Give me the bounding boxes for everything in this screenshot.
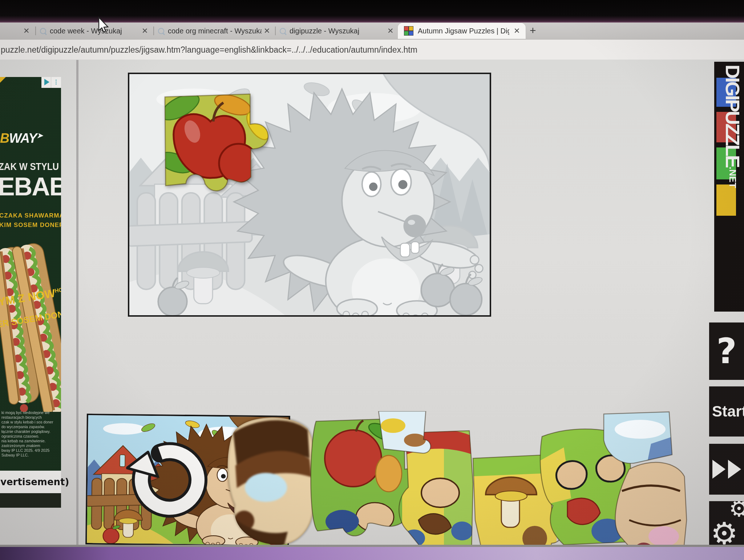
adchoices-icon[interactable]: [44, 79, 49, 85]
advertisement-label-strip: vertisement): [0, 471, 61, 493]
ad-headline-1: ZAK W STYLU: [0, 161, 57, 173]
fast-forward-icon: [728, 460, 741, 479]
tab-code-org-minecraft[interactable]: code org minecraft - Wyszukaj: [168, 23, 262, 39]
subway-arrow-icon: ➤: [37, 131, 43, 139]
puzzle-pieces-tray[interactable]: [222, 411, 689, 560]
ad-subline-1: CZAKA SHAWARMA: [0, 212, 61, 219]
skip-next-button[interactable]: [709, 444, 744, 495]
close-tab-icon[interactable]: ✕: [514, 23, 520, 39]
close-tab-icon[interactable]: ✕: [23, 23, 30, 39]
tab-separator: [153, 27, 154, 35]
close-tab-icon[interactable]: ✕: [142, 23, 148, 39]
search-icon: [40, 28, 46, 34]
tab-separator: [275, 27, 276, 35]
settings-button[interactable]: ⚙ ⚙: [709, 501, 744, 547]
tab-autumn-jigsaw-active[interactable]: Autumn Jigsaw Puzzles | Digipuzz ✕: [397, 23, 526, 39]
game-frame-divider: [76, 60, 78, 547]
url-text: puzzle.net/digipuzzle/autumn/puzzles/jig…: [1, 40, 417, 60]
gear-icon: ⚙: [729, 501, 744, 522]
help-button[interactable]: ?: [709, 322, 744, 380]
ad-headline-2: EBAB: [0, 172, 61, 201]
ad-legal-text: ki mogą być niedostępne werestauracjach …: [1, 410, 60, 458]
fast-forward-icon: [712, 460, 725, 479]
placed-puzzle-piece[interactable]: [159, 91, 275, 203]
digipuzzle-favicon-icon: [404, 26, 413, 36]
mouse-cursor: [97, 17, 112, 33]
ad-footer-area: [0, 493, 61, 508]
tab-separator: [35, 27, 36, 35]
new-tab-button[interactable]: +: [530, 23, 536, 39]
digipuzzle-logo-banner[interactable]: DIGIPUZZLE.NET: [714, 62, 744, 312]
advertisement-label: vertisement): [0, 471, 61, 493]
ad-options-icon[interactable]: ⋮: [51, 77, 61, 88]
sidebar-advertisement[interactable]: ⋮ BWAY➤ ZAK W STYLU EBAB CZAKA SHAWARMA …: [0, 77, 61, 471]
search-icon: [158, 28, 164, 34]
subway-logo: BWAY➤: [0, 131, 43, 146]
adchoices-control[interactable]: ⋮: [41, 77, 61, 88]
search-icon: [280, 28, 286, 34]
close-tab-icon[interactable]: ✕: [264, 23, 270, 39]
active-tab-title: Autumn Jigsaw Puzzles | Digipuzz: [418, 23, 509, 39]
close-tab-icon[interactable]: ✕: [387, 23, 394, 39]
photographed-monitor: ✕ code week - Wyszukaj ✕ code org minecr…: [0, 0, 744, 560]
site-logo-text: DIGIPUZZLE.NET: [721, 65, 744, 309]
rotate-icon[interactable]: [126, 436, 214, 524]
start-button[interactable]: Start: [709, 386, 744, 437]
taskbar-edge: [0, 547, 744, 560]
tab-digipuzzle[interactable]: digipuzzle - Wyszukaj: [290, 23, 359, 39]
ad-subline-2: KIM SOSEM DONER: [0, 222, 61, 229]
address-bar[interactable]: puzzle.net/digipuzzle/autumn/puzzles/jig…: [0, 39, 744, 60]
